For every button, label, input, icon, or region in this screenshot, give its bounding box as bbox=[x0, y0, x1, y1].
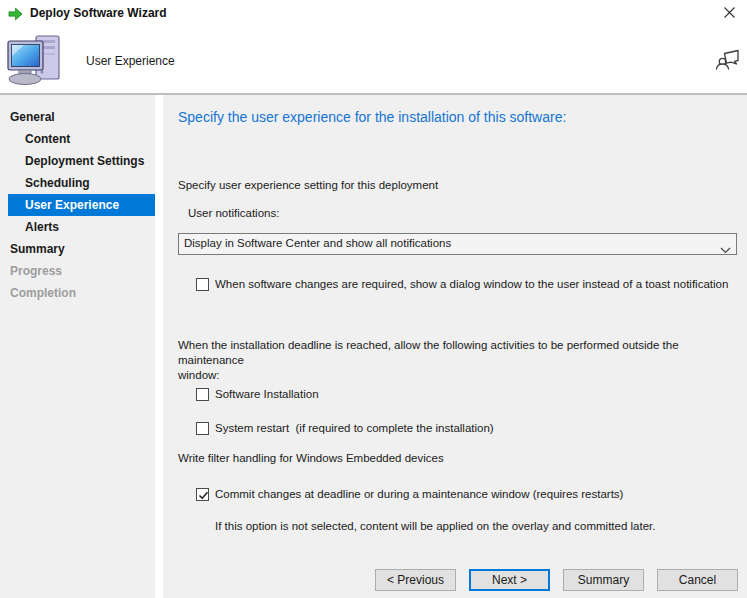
software-installation-checkbox-label: Software Installation bbox=[215, 387, 319, 402]
wizard-steps-sidebar: General Content Deployment Settings Sche… bbox=[0, 95, 155, 598]
sidebar-item-user-experience[interactable]: User Experience bbox=[8, 194, 155, 216]
summary-button[interactable]: Summary bbox=[563, 569, 644, 591]
checkbox-unchecked-icon[interactable] bbox=[196, 422, 209, 435]
page-title: User Experience bbox=[86, 54, 175, 68]
sidebar-main-divider bbox=[155, 95, 163, 598]
previous-button[interactable]: < Previous bbox=[375, 569, 456, 591]
sidebar-item-summary[interactable]: Summary bbox=[8, 238, 155, 260]
sidebar-item-general[interactable]: General bbox=[8, 106, 155, 128]
sidebar-item-completion: Completion bbox=[8, 282, 155, 304]
sidebar-item-progress: Progress bbox=[8, 260, 155, 282]
deadline-paragraph: When the installation deadline is reache… bbox=[178, 338, 740, 383]
wizard-button-row: < Previous Next > Summary Cancel bbox=[375, 569, 738, 591]
software-installation-checkbox[interactable]: Software Installation bbox=[196, 387, 319, 402]
checkbox-unchecked-icon[interactable] bbox=[196, 388, 209, 401]
dropdown-selected-value: Display in Software Center and show all … bbox=[184, 237, 451, 249]
window-title: Deploy Software Wizard bbox=[30, 6, 167, 20]
wizard-header: User Experience bbox=[0, 28, 747, 93]
system-restart-checkbox-label: System restart (if required to complete … bbox=[215, 421, 494, 436]
wizard-arrow-icon bbox=[8, 7, 23, 21]
commit-changes-checkbox-label: Commit changes at deadline or during a m… bbox=[215, 487, 623, 502]
sidebar-item-content[interactable]: Content bbox=[8, 128, 155, 150]
commit-changes-checkbox[interactable]: Commit changes at deadline or during a m… bbox=[196, 487, 736, 502]
cancel-button[interactable]: Cancel bbox=[657, 569, 738, 591]
intro-text: Specify user experience setting for this… bbox=[178, 179, 438, 191]
system-restart-checkbox[interactable]: System restart (if required to complete … bbox=[196, 421, 494, 436]
panel-heading: Specify the user experience for the inst… bbox=[178, 109, 566, 125]
next-button[interactable]: Next > bbox=[469, 569, 550, 591]
feedback-icon[interactable] bbox=[714, 45, 741, 76]
user-notifications-dropdown[interactable]: Display in Software Center and show all … bbox=[178, 233, 737, 255]
computer-icon bbox=[6, 34, 64, 90]
title-bar: Deploy Software Wizard bbox=[0, 0, 747, 28]
write-filter-text: Write filter handling for Windows Embedd… bbox=[178, 452, 444, 464]
checkbox-checked-icon[interactable] bbox=[196, 488, 209, 501]
user-notifications-label: User notifications: bbox=[188, 207, 279, 219]
sidebar-item-deployment-settings[interactable]: Deployment Settings bbox=[8, 150, 155, 172]
deploy-software-wizard-window: Deploy Software Wizard bbox=[0, 0, 747, 598]
sidebar-item-scheduling[interactable]: Scheduling bbox=[8, 172, 155, 194]
chevron-down-icon bbox=[720, 240, 731, 258]
sidebar-item-alerts[interactable]: Alerts bbox=[8, 216, 155, 238]
dialog-window-checkbox-label: When software changes are required, show… bbox=[215, 277, 728, 292]
commit-note-text: If this option is not selected, content … bbox=[215, 520, 655, 532]
checkbox-unchecked-icon[interactable] bbox=[196, 278, 209, 291]
user-experience-panel: Specify the user experience for the inst… bbox=[163, 95, 747, 598]
dialog-window-checkbox[interactable]: When software changes are required, show… bbox=[196, 277, 741, 292]
wizard-body: General Content Deployment Settings Sche… bbox=[0, 95, 747, 598]
close-icon[interactable] bbox=[717, 3, 741, 25]
